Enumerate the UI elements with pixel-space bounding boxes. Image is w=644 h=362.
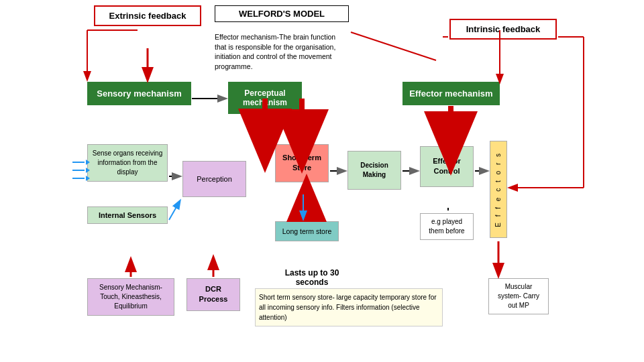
effectors-box: E f f e c t o r s: [490, 141, 507, 238]
short-term-description: Short term sensory store- large capacity…: [255, 288, 443, 326]
perception-box: Perception: [182, 161, 246, 197]
welford-title: WELFORD'S MODEL: [215, 5, 349, 22]
effector-mechanism-box: Effector mechanism: [402, 82, 500, 105]
sense-organs-box: Sense organs receiving information from …: [87, 144, 168, 182]
short-term-store-box: Short Term Store: [275, 144, 329, 182]
effector-control-box: Effector Control: [420, 146, 474, 187]
eg-played-box: e.g played them before: [420, 213, 474, 240]
internal-sensors-box: Internal Sensors: [87, 206, 168, 224]
svg-line-16: [351, 32, 436, 60]
muscular-system-box: Muscular system- Carry out MP: [488, 278, 549, 314]
long-term-store-box: Long term store: [275, 221, 339, 241]
extrinsic-feedback-box: Extrinsic feedback: [94, 5, 201, 26]
perceptual-mechanism-box: Perceptual mechanism: [228, 82, 302, 114]
decision-making-box: Decision Making: [347, 151, 401, 190]
input-arrows: [72, 160, 90, 181]
effectors-text: E f f e c t o r s: [493, 152, 504, 227]
svg-line-11: [169, 201, 180, 220]
effector-description: Effector mechanism-The brain function th…: [215, 32, 349, 72]
sensory-mechanism-box: Sensory mechanism: [87, 82, 191, 105]
page-container: WELFORD'S MODEL Extrinsic feedback Intri…: [0, 0, 644, 362]
dcr-process-box: DCR Process: [186, 278, 240, 311]
intrinsic-feedback-box: Intrinsic feedback: [449, 19, 557, 40]
lasts-up-to-box: Lasts up to 30 seconds: [268, 268, 356, 287]
sensory-touch-box: Sensory Mechanism- Touch, Kineasthesis, …: [87, 278, 174, 316]
